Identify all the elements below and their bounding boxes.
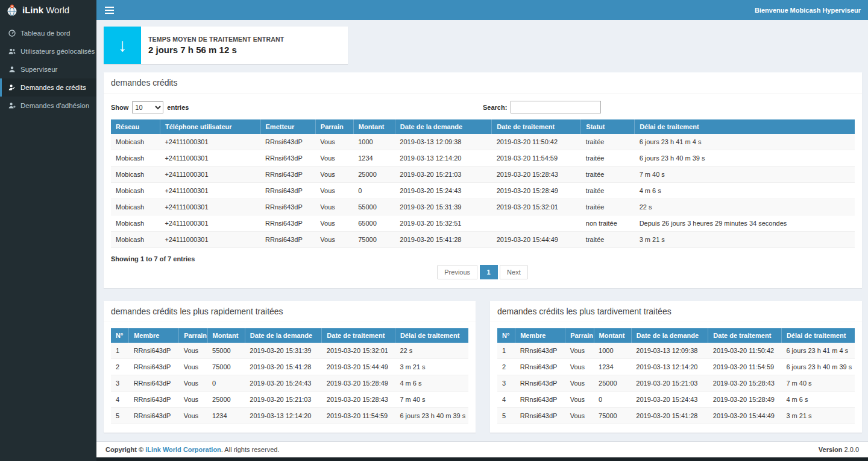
sidebar-item-label: Superviseur xyxy=(20,66,57,73)
table-cell: 2019-03-20 11:54:59 xyxy=(492,150,581,167)
table-cell: 2019-03-13 12:09:38 xyxy=(631,343,708,359)
table-cell: RRnsi643dP xyxy=(260,199,315,215)
top-navbar: Bienvenue Mobicash Hyperviseur xyxy=(0,0,868,20)
table-cell: 22 s xyxy=(395,343,468,359)
table-cell: Vous xyxy=(315,183,353,199)
sidebar: Tableau de bord Utilisateurs géolocalisé… xyxy=(0,20,96,461)
table-cell: Mobicash xyxy=(111,134,160,150)
table-cell: 4 xyxy=(111,392,129,408)
table-cell: 25000 xyxy=(353,167,395,183)
table-cell: RRnsi643dP xyxy=(515,392,565,408)
table-row: 3RRnsi643dPVous250002019-03-20 15:21:032… xyxy=(497,375,855,392)
sidebar-item-superviseur[interactable]: Superviseur xyxy=(0,60,96,78)
table-cell: RRnsi643dP xyxy=(515,375,565,392)
page-footer: Copyright © iLink World Corporation. All… xyxy=(96,441,868,457)
table-cell: 2019-03-20 11:50:42 xyxy=(492,134,581,150)
table-row: 5RRnsi643dPVous12342019-03-13 12:14:2020… xyxy=(111,408,468,424)
sidebar-item-tableau-de-bord[interactable]: Tableau de bord xyxy=(0,24,96,42)
column-header[interactable]: Montant xyxy=(353,119,395,134)
table-row: 1RRnsi643dPVous550002019-03-20 15:31:392… xyxy=(111,343,468,359)
credit-requests-icon xyxy=(8,84,16,91)
table-cell: Vous xyxy=(179,408,207,424)
column-header: Délai de traitement xyxy=(395,328,468,343)
sidebar-item-label: Demandes d'adhésion xyxy=(20,102,89,109)
fastest-processed-panel: demandes crédits les plus rapidement tra… xyxy=(104,301,476,433)
table-row: Mobicash+24111000301RRnsi643dPVous750002… xyxy=(111,232,855,248)
table-cell: 25000 xyxy=(207,392,245,408)
table-cell: 2019-03-20 15:41:28 xyxy=(395,232,491,248)
table-cell: Mobicash xyxy=(111,199,160,215)
table-cell: +24111000301 xyxy=(160,167,260,183)
column-header: Parrain xyxy=(565,328,594,343)
column-header: Montant xyxy=(594,328,631,343)
search-input[interactable] xyxy=(511,101,601,113)
company-link[interactable]: iLink World Corporation xyxy=(145,446,221,453)
sidebar-item-demandes-de-credits[interactable]: Demandes de crédits xyxy=(0,78,96,97)
column-header[interactable]: Téléphone utilisateur xyxy=(160,119,260,134)
sidebar-item-demandes-adhesion[interactable]: Demandes d'adhésion xyxy=(0,97,96,115)
table-cell: 2019-03-20 15:21:03 xyxy=(395,167,491,183)
table-row: Mobicash+24111000301RRnsi643dPVous100020… xyxy=(111,134,855,150)
table-cell: +24111000301 xyxy=(160,199,260,215)
table-cell: 2019-03-13 12:14:20 xyxy=(245,408,321,424)
pagination-next-button[interactable]: Next xyxy=(500,265,528,279)
column-header[interactable]: Délai de traitement xyxy=(635,119,855,134)
credit-requests-table: RéseauTéléphone utilisateurEmetteurParra… xyxy=(111,119,855,248)
brand-name: iLink World xyxy=(22,5,69,15)
column-header[interactable]: Emetteur xyxy=(260,119,315,134)
table-header-row: N°MembreParrainMontantDate de la demande… xyxy=(111,328,468,343)
table-cell: 3 m 21 s xyxy=(635,232,855,248)
table-cell: RRnsi643dP xyxy=(515,408,565,424)
column-header: Délai de traitement xyxy=(781,328,855,343)
app-window: Bienvenue Mobicash Hyperviseur iLink Wor… xyxy=(0,0,868,461)
column-header[interactable]: Parrain xyxy=(315,119,353,134)
table-cell: Vous xyxy=(565,343,594,359)
table-cell: 75000 xyxy=(353,232,395,248)
pagination-previous-button[interactable]: Previous xyxy=(437,265,477,279)
table-cell xyxy=(492,215,581,232)
table-row: Mobicash+24111000301RRnsi643dPVous650002… xyxy=(111,215,855,232)
sidebar-item-utilisateurs-geolocalises[interactable]: Utilisateurs géolocalisés xyxy=(0,42,96,60)
column-header: Membre xyxy=(129,328,179,343)
table-cell: Vous xyxy=(565,375,594,392)
page-length-select[interactable]: 10 xyxy=(132,101,163,113)
dashboard-icon xyxy=(8,30,16,37)
table-cell: Mobicash xyxy=(111,167,160,183)
column-header: Date de traitement xyxy=(708,328,782,343)
pagination-page-1-button[interactable]: 1 xyxy=(480,265,498,279)
table-cell: 2019-03-20 11:54:59 xyxy=(708,359,782,375)
table-cell: 2019-03-20 15:31:39 xyxy=(395,199,491,215)
content-area: ↓ TEMPS MOYEN DE TRAITEMENT ENTRANT 2 jo… xyxy=(96,20,868,441)
table-cell: Vous xyxy=(315,215,353,232)
table-cell: 25000 xyxy=(594,375,631,392)
table-row: Mobicash+24111000301RRnsi643dPVous123420… xyxy=(111,150,855,167)
brand-logo[interactable]: iLink World xyxy=(0,0,96,20)
table-cell: 2019-03-20 15:44:49 xyxy=(708,408,782,424)
table-cell: 1 xyxy=(497,343,515,359)
table-cell: 1234 xyxy=(353,150,395,167)
table-cell: 1234 xyxy=(207,408,245,424)
table-cell: Mobicash xyxy=(111,183,160,199)
table-cell: 22 s xyxy=(635,199,855,215)
column-header[interactable]: Date de la demande xyxy=(395,119,491,134)
table-row: 3RRnsi643dPVous02019-03-20 15:24:432019-… xyxy=(111,375,468,392)
table-cell: Mobicash xyxy=(111,215,160,232)
column-header[interactable]: Statut xyxy=(581,119,635,134)
table-cell: traitée xyxy=(581,232,635,248)
table-cell: Vous xyxy=(315,232,353,248)
table-cell: +24111000301 xyxy=(160,134,260,150)
arrow-down-icon: ↓ xyxy=(104,27,141,64)
table-cell: Vous xyxy=(565,408,594,424)
table-cell: 3 m 21 s xyxy=(781,408,855,424)
table-cell: 2019-03-20 15:28:43 xyxy=(708,375,782,392)
column-header[interactable]: Réseau xyxy=(111,119,160,134)
entries-label: entries xyxy=(167,104,189,111)
sidebar-toggle-button[interactable] xyxy=(96,0,122,20)
welcome-text: Bienvenue Mobicash Hyperviseur xyxy=(755,0,861,20)
table-cell: 7 m 40 s xyxy=(395,392,468,408)
table-cell: 0 xyxy=(594,392,631,408)
table-cell: 2019-03-20 15:28:49 xyxy=(708,392,782,408)
column-header[interactable]: Date de traitement xyxy=(492,119,581,134)
users-icon xyxy=(8,48,16,55)
table-row: Mobicash+24111000301RRnsi643dPVous02019-… xyxy=(111,183,855,199)
